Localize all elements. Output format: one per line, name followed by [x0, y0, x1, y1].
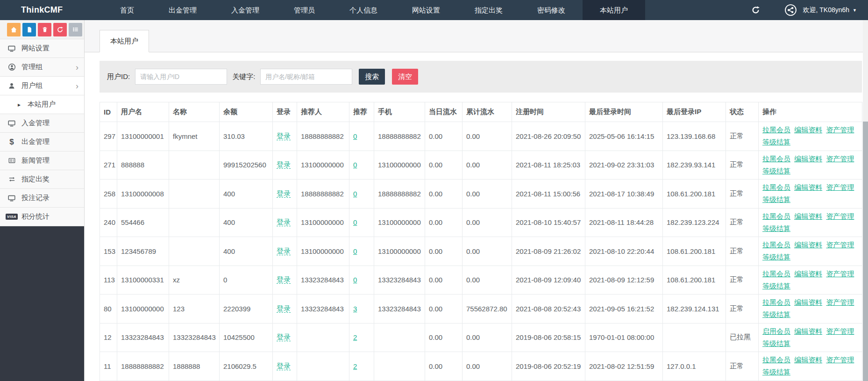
sidebar-item[interactable]: ▸本站用户: [0, 95, 84, 114]
login-link[interactable]: 登录: [277, 218, 291, 226]
referral-count-link[interactable]: 0: [353, 247, 357, 255]
search-button[interactable]: 搜索: [359, 69, 385, 85]
sidebar-item-label: 新闻管理: [21, 156, 50, 165]
login-link[interactable]: 登录: [277, 304, 291, 313]
action-link[interactable]: 编辑资料: [794, 155, 822, 163]
action-link[interactable]: 拉黑会员: [762, 356, 790, 364]
action-link[interactable]: 等级结算: [762, 310, 790, 318]
table-row: 12133232848431332328484310425500登录20.000…: [100, 323, 862, 352]
brand-logo[interactable]: ThinkCMF: [0, 0, 103, 20]
action-link[interactable]: 编辑资料: [794, 327, 822, 335]
referral-count-link[interactable]: 0: [353, 276, 357, 284]
action-link[interactable]: 拉黑会员: [762, 241, 790, 249]
action-link[interactable]: 等级结算: [762, 195, 790, 203]
file-button[interactable]: [22, 23, 36, 36]
action-link[interactable]: 资产管理: [826, 126, 854, 134]
cell-balance: 2220399: [220, 295, 273, 323]
referral-count-link[interactable]: 0: [353, 218, 357, 226]
action-link[interactable]: 资产管理: [826, 327, 854, 335]
navbar-item[interactable]: 密码修改: [520, 0, 583, 20]
action-link[interactable]: 编辑资料: [794, 183, 822, 191]
referral-count-link[interactable]: 2: [353, 333, 357, 341]
navbar-item[interactable]: 指定出奖: [457, 0, 520, 20]
navbar-item[interactable]: 入金管理: [214, 0, 277, 20]
action-link[interactable]: 等级结算: [762, 167, 790, 175]
navbar-item[interactable]: 出金管理: [151, 0, 214, 20]
sidebar-item[interactable]: 用户组›: [0, 77, 84, 95]
cell-referrals: 0: [349, 151, 374, 180]
action-link[interactable]: 等级结算: [762, 339, 790, 347]
avatar[interactable]: [784, 4, 797, 16]
login-link[interactable]: 登录: [277, 333, 291, 341]
action-link[interactable]: 资产管理: [826, 212, 854, 220]
referral-count-link[interactable]: 2: [353, 362, 357, 370]
sidebar-item[interactable]: 入金管理: [0, 114, 84, 133]
action-link[interactable]: 编辑资料: [794, 298, 822, 306]
action-link[interactable]: 资产管理: [826, 270, 854, 278]
action-link[interactable]: 拉黑会员: [762, 270, 790, 278]
action-link[interactable]: 等级结算: [762, 368, 790, 376]
sidebar-item[interactable]: 网站设置: [0, 39, 84, 58]
login-link[interactable]: 登录: [277, 362, 291, 370]
cell-name: [169, 208, 220, 237]
action-link[interactable]: 资产管理: [826, 183, 854, 191]
login-link[interactable]: 登录: [277, 275, 291, 284]
action-link[interactable]: 等级结算: [762, 224, 790, 232]
login-link[interactable]: 登录: [277, 132, 291, 140]
trash-button[interactable]: [38, 23, 51, 36]
navbar-item[interactable]: 个人信息: [332, 0, 395, 20]
cell-referrer: 13323284843: [297, 266, 349, 295]
navbar-item[interactable]: 本站用户: [583, 0, 645, 20]
tab-site-users[interactable]: 本站用户: [100, 30, 149, 52]
welcome-text[interactable]: 欢迎, TK08yn6h: [803, 6, 849, 14]
list-button[interactable]: [69, 23, 82, 36]
page-scrollbar[interactable]: [863, 20, 868, 381]
action-link[interactable]: 拉黑会员: [762, 298, 790, 306]
recycle-button[interactable]: [53, 23, 67, 36]
sidebar-item[interactable]: $出金管理: [0, 133, 84, 151]
action-link[interactable]: 资产管理: [826, 356, 854, 364]
scrollbar-thumb[interactable]: [863, 122, 868, 381]
action-link[interactable]: 等级结算: [762, 138, 790, 146]
referral-count-link[interactable]: 0: [353, 190, 357, 198]
action-link[interactable]: 拉黑会员: [762, 155, 790, 163]
login-link[interactable]: 登录: [277, 189, 291, 198]
navbar-item[interactable]: 网站设置: [395, 0, 457, 20]
action-link[interactable]: 编辑资料: [794, 356, 822, 364]
referral-count-link[interactable]: 3: [353, 305, 357, 313]
action-link[interactable]: 拉黑会员: [762, 126, 790, 134]
navbar-item[interactable]: 首页: [103, 0, 151, 20]
action-link[interactable]: 资产管理: [826, 298, 854, 306]
cell-login: 登录: [273, 237, 297, 266]
referral-count-link[interactable]: 0: [353, 161, 357, 169]
action-link[interactable]: 资产管理: [826, 155, 854, 163]
action-link[interactable]: 编辑资料: [794, 126, 822, 134]
action-link[interactable]: 编辑资料: [794, 270, 822, 278]
cell-id: 80: [100, 295, 117, 323]
clear-button[interactable]: 清空: [392, 69, 418, 85]
action-link[interactable]: 拉黑会员: [762, 212, 790, 220]
action-link[interactable]: 等级结算: [762, 253, 790, 261]
action-link[interactable]: 拉黑会员: [762, 183, 790, 191]
user-id-input[interactable]: [135, 69, 227, 85]
table-row: 80131000000001232220399登录133232848433133…: [100, 295, 862, 323]
home-button[interactable]: [7, 23, 21, 36]
sidebar-item[interactable]: 指定出奖: [0, 170, 84, 189]
login-link[interactable]: 登录: [277, 247, 291, 255]
keyword-input[interactable]: [260, 69, 352, 85]
sidebar-item[interactable]: 新闻管理: [0, 151, 84, 170]
action-link[interactable]: 编辑资料: [794, 212, 822, 220]
status-text: 正常: [726, 151, 759, 180]
action-link[interactable]: 启用会员: [762, 327, 790, 335]
refresh-icon[interactable]: [751, 6, 760, 14]
sidebar-item[interactable]: 管理组›: [0, 58, 84, 77]
sidebar-item[interactable]: 投注记录: [0, 189, 84, 208]
column-header: 用户名: [117, 102, 169, 122]
action-link[interactable]: 编辑资料: [794, 241, 822, 249]
action-link[interactable]: 等级结算: [762, 282, 790, 290]
referral-count-link[interactable]: 0: [353, 132, 357, 140]
navbar-item[interactable]: 管理员: [277, 0, 332, 20]
sidebar-item[interactable]: VISA积分统计: [0, 208, 84, 226]
login-link[interactable]: 登录: [277, 160, 291, 169]
action-link[interactable]: 资产管理: [826, 241, 854, 249]
